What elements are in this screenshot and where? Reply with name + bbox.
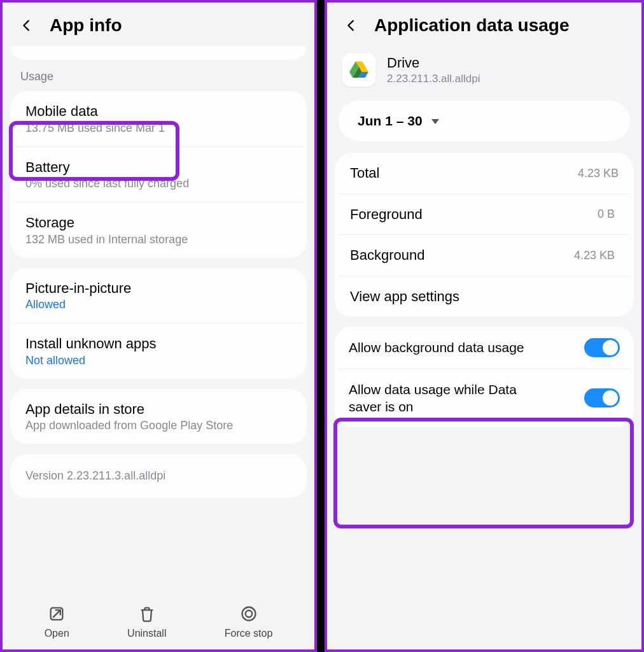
mobile-data-row[interactable]: Mobile data 13.75 MB used since Mar 1 [10,91,307,146]
allow-data-saver-switch[interactable] [584,388,620,408]
right-screen: Application data usage Drive 2.23.211.3.… [325,0,644,652]
svg-point-1 [242,607,255,621]
permissions-card: Picture-in-picture Allowed Install unkno… [10,268,307,379]
view-app-settings-row[interactable]: View app settings [339,276,630,317]
unknown-apps-title: Install unknown apps [25,335,291,353]
foreground-label: Foreground [350,206,619,223]
toggles-card: Allow background data usage Allow data u… [335,327,634,427]
storage-row[interactable]: Storage 132 MB used in Internal storage [14,202,303,258]
back-icon[interactable] [342,17,360,34]
open-button[interactable]: Open [45,604,69,639]
allow-bg-data-label: Allow background data usage [349,339,524,356]
allow-bg-data-row[interactable]: Allow background data usage [335,327,634,369]
date-range-text: Jun 1 – 30 [358,113,423,129]
open-label: Open [45,628,69,639]
usage-stats-card: Total 4.23 KB Foreground 0 B Background … [335,153,634,316]
battery-row[interactable]: Battery 0% used since last fully charged [14,146,303,202]
caret-down-icon [430,113,440,129]
usage-section-label: Usage [3,67,314,91]
highlight-toggles [333,418,634,528]
storage-sub: 132 MB used in Internal storage [25,233,291,246]
force-stop-icon [239,604,259,624]
mobile-data-sub: 13.75 MB used since Mar 1 [25,122,291,135]
allow-data-saver-label: Allow data usage while Data saver is on [349,381,552,416]
uninstall-label: Uninstall [127,628,166,639]
open-icon [46,604,67,624]
battery-sub: 0% used since last fully charged [25,177,291,190]
app-details-store-row[interactable]: App details in store App downloaded from… [10,389,307,444]
background-value: 4.23 KB [574,248,615,262]
uninstall-button[interactable]: Uninstall [127,604,166,639]
pip-title: Picture-in-picture [25,280,291,297]
bottom-action-bar: Open Uninstall Force stop [3,592,314,649]
force-stop-button[interactable]: Force stop [225,604,273,639]
left-screen: App info Usage Mobile data 13.75 MB used… [0,0,317,652]
foreground-value: 0 B [598,208,615,221]
background-row: Background 4.23 KB [339,234,630,276]
partial-card-top [10,46,307,60]
storage-title: Storage [25,214,291,232]
force-stop-label: Force stop [225,628,273,639]
date-range-selector[interactable]: Jun 1 – 30 [339,101,630,141]
battery-title: Battery [25,159,291,176]
app-details-store-title: App details in store [25,400,291,418]
total-row: Total 4.23 KB [335,153,634,194]
back-icon[interactable] [18,17,36,34]
trash-icon [137,604,157,624]
svg-marker-3 [431,119,439,124]
app-header-row: Drive 2.23.211.3.all.alldpi [327,46,641,97]
allow-bg-data-switch[interactable] [584,338,620,357]
allow-data-saver-row[interactable]: Allow data usage while Data saver is on [339,369,630,427]
pip-sub: Allowed [25,298,291,311]
drive-icon [342,53,375,87]
total-value: 4.23 KB [578,166,619,180]
version-text: Version 2.23.211.3.all.alldpi [25,469,165,482]
store-card: App details in store App downloaded from… [10,389,307,444]
svg-point-2 [245,611,252,618]
page-title: App info [50,15,122,36]
version-card: Version 2.23.211.3.all.alldpi [10,454,307,498]
page-title: Application data usage [374,15,570,36]
app-name: Drive [387,55,480,71]
usage-card: Mobile data 13.75 MB used since Mar 1 Ba… [10,91,307,258]
foreground-row: Foreground 0 B [339,194,630,235]
unknown-apps-sub: Not allowed [25,354,291,367]
pip-row[interactable]: Picture-in-picture Allowed [10,268,307,323]
header: App info [3,3,314,46]
mobile-data-title: Mobile data [25,103,291,120]
view-app-settings-label: View app settings [350,288,619,306]
unknown-apps-row[interactable]: Install unknown apps Not allowed [14,323,303,379]
app-text-block: Drive 2.23.211.3.all.alldpi [387,55,480,85]
app-details-store-sub: App downloaded from Google Play Store [25,419,291,432]
app-version: 2.23.211.3.all.alldpi [387,73,480,85]
header: Application data usage [327,3,641,46]
